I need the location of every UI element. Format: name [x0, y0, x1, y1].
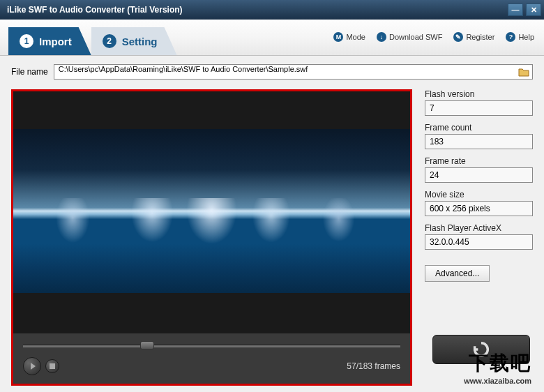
- tab-import-num: 1: [20, 34, 33, 48]
- play-icon: [31, 363, 36, 370]
- frame-rate-label: Frame rate: [425, 156, 533, 166]
- seek-track: [23, 345, 400, 347]
- flash-version-label: Flash version: [425, 89, 533, 99]
- activex-label: Flash Player ActiveX: [425, 223, 533, 233]
- tab-setting-label: Setting: [122, 36, 158, 47]
- watermark: 下载吧 www.xiazaiba.com: [464, 350, 531, 385]
- tab-import-label: Import: [39, 36, 72, 47]
- mode-icon: M: [333, 32, 343, 42]
- mode-label: Mode: [346, 33, 365, 41]
- help-icon: ?: [506, 32, 515, 42]
- close-button[interactable]: ✕: [526, 3, 541, 16]
- play-row: 57/183 frames: [23, 357, 400, 375]
- frame-count-label: Frame count: [425, 123, 533, 133]
- frame-rate-field: Frame rate 24: [425, 156, 533, 183]
- filename-value: C:\Users\pc\AppData\Roaming\iLike\SWF to…: [59, 65, 308, 73]
- window-title: iLike SWF to Audio Converter (Trial Vers…: [7, 5, 508, 15]
- stop-button[interactable]: [45, 359, 59, 373]
- frame-counter: 57/183 frames: [347, 361, 400, 371]
- frame-count-value: 183: [425, 134, 533, 149]
- video-content: [13, 198, 410, 248]
- stop-icon: [50, 363, 55, 369]
- flash-version-value: 7: [425, 100, 533, 116]
- watermark-text: 下载吧: [464, 350, 531, 377]
- download-icon: ↓: [377, 32, 386, 42]
- tab-import[interactable]: 1 Import: [8, 27, 91, 55]
- video-frame: [13, 129, 410, 293]
- top-links: M Mode ↓ Download SWF ✎ Register ? Help: [333, 32, 534, 42]
- flash-version-field: Flash version 7: [425, 89, 533, 116]
- tab-setting-num: 2: [103, 34, 116, 48]
- video-letterbox-bottom: [13, 293, 410, 333]
- preview-panel: 57/183 frames: [11, 89, 412, 386]
- download-swf-link[interactable]: ↓ Download SWF: [377, 32, 442, 42]
- activex-value: 32.0.0.445: [425, 234, 533, 250]
- register-icon: ✎: [453, 32, 463, 42]
- filename-row: File name C:\Users\pc\AppData\Roaming\iL…: [11, 64, 533, 80]
- minimize-button[interactable]: —: [508, 3, 523, 16]
- seek-thumb[interactable]: [140, 341, 154, 349]
- filename-input[interactable]: C:\Users\pc\AppData\Roaming\iLike\SWF to…: [54, 64, 533, 80]
- help-link[interactable]: ? Help: [506, 32, 534, 42]
- mode-link[interactable]: M Mode: [333, 32, 365, 42]
- advanced-button[interactable]: Advanced...: [425, 265, 490, 282]
- tabs: 1 Import 2 Setting: [8, 27, 177, 55]
- help-label: Help: [518, 33, 534, 41]
- register-label: Register: [466, 33, 494, 41]
- video-letterbox-top: [13, 91, 410, 129]
- frame-count-field: Frame count 183: [425, 123, 533, 149]
- window-controls: — ✕: [508, 3, 541, 16]
- tab-setting[interactable]: 2 Setting: [91, 27, 177, 55]
- browse-icon[interactable]: [518, 67, 529, 77]
- player-controls: 57/183 frames: [13, 333, 410, 384]
- movie-size-label: Movie size: [425, 190, 533, 199]
- activex-field: Flash Player ActiveX 32.0.0.445: [425, 223, 533, 250]
- filename-label: File name: [11, 67, 48, 77]
- download-label: Download SWF: [389, 33, 442, 41]
- play-button[interactable]: [23, 357, 41, 375]
- movie-size-value: 600 x 256 pixels: [425, 201, 533, 216]
- titlebar: iLike SWF to Audio Converter (Trial Vers…: [0, 0, 544, 20]
- seek-bar[interactable]: [23, 340, 400, 352]
- toolbar: 1 Import 2 Setting M Mode ↓ Download SWF…: [0, 20, 544, 56]
- frame-rate-value: 24: [425, 167, 533, 183]
- movie-size-field: Movie size 600 x 256 pixels: [425, 190, 533, 216]
- watermark-url: www.xiazaiba.com: [464, 377, 531, 385]
- register-link[interactable]: ✎ Register: [453, 32, 494, 42]
